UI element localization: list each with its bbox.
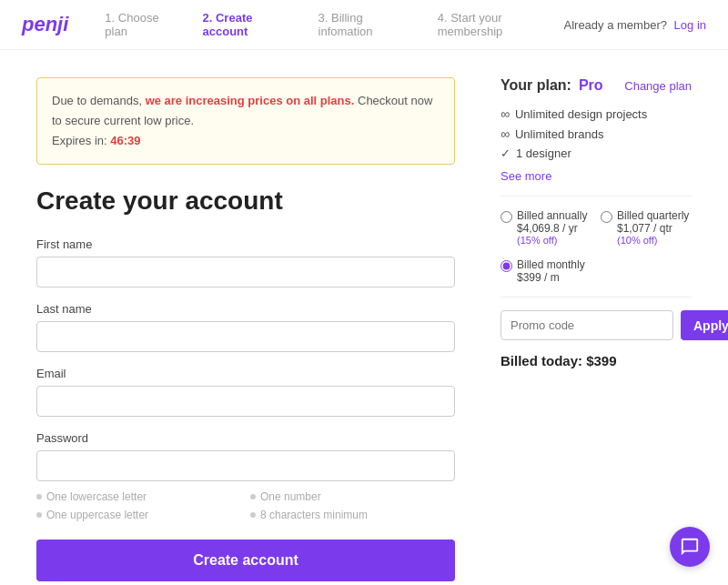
first-name-input[interactable] (36, 257, 455, 287)
hint-lowercase: One lowercase letter (36, 490, 241, 503)
see-more-link[interactable]: See more (500, 169, 692, 183)
infinity-icon-2: ∞ (500, 126, 510, 141)
apply-button[interactable]: Apply (681, 310, 728, 340)
billing-annually[interactable]: Billed annually $4,069.8 / yr (15% off) (500, 209, 592, 246)
create-account-button[interactable]: Create account (36, 540, 455, 581)
password-label: Password (36, 431, 455, 445)
plan-label: Your plan: (500, 77, 571, 94)
header: penji 1. Choose plan 2. Create account 3… (0, 0, 728, 50)
divider-2 (500, 297, 692, 298)
form-section: Due to demands, we are increasing prices… (36, 77, 455, 585)
hint-dot-1 (36, 494, 42, 499)
billing-monthly[interactable]: Billed monthly $399 / m (500, 258, 692, 284)
notice-prefix: Due to demands, (52, 94, 146, 107)
steps: 1. Choose plan 2. Create account 3. Bill… (105, 11, 563, 38)
hint-number: One number (250, 490, 455, 503)
check-icon: ✓ (500, 146, 511, 160)
billing-quarterly[interactable]: Billed quarterly $1,077 / qtr (10% off) (601, 209, 692, 246)
email-input[interactable] (36, 386, 455, 417)
divider-1 (500, 196, 692, 197)
already-member: Already a member? Log in (564, 18, 707, 32)
billing-monthly-radio[interactable] (500, 260, 512, 272)
chat-icon (680, 537, 700, 557)
billed-today: Billed today: $399 (500, 353, 692, 368)
plan-header: Your plan: Pro Change plan (500, 77, 692, 94)
chat-button[interactable] (670, 527, 710, 567)
hint-dot-4 (250, 512, 256, 518)
notice-box: Due to demands, we are increasing prices… (36, 77, 455, 165)
notice-highlight: we are increasing prices on all plans. (146, 94, 355, 107)
password-input[interactable] (36, 450, 455, 481)
notice-expires-label: Expires in: (52, 134, 107, 147)
feature-3: ✓ 1 designer (500, 146, 692, 160)
last-name-group: Last name (36, 302, 455, 352)
hint-dot-2 (250, 494, 256, 499)
email-group: Email (36, 367, 455, 417)
promo-code-input[interactable] (500, 310, 673, 340)
feature-2: ∞ Unlimited brands (500, 126, 692, 141)
promo-row: Apply (500, 310, 692, 340)
billing-annually-radio[interactable] (500, 211, 512, 223)
email-label: Email (36, 367, 455, 380)
step-1: 1. Choose plan (105, 11, 180, 38)
step-4: 4. Start your membership (438, 11, 564, 38)
step-3: 3. Billing infomation (318, 11, 416, 38)
log-in-link[interactable]: Log in (674, 18, 706, 32)
hint-uppercase: One uppercase letter (36, 509, 241, 521)
last-name-input[interactable] (36, 321, 455, 352)
form-title: Create your account (36, 187, 455, 216)
password-group: Password (36, 431, 455, 481)
first-name-group: First name (36, 237, 455, 287)
hint-characters: 8 characters minimum (250, 509, 455, 521)
last-name-label: Last name (36, 302, 455, 316)
plan-name: Pro (579, 77, 603, 94)
hint-dot-3 (36, 512, 42, 518)
billing-options: Billed annually $4,069.8 / yr (15% off) … (500, 209, 692, 246)
plan-features: ∞ Unlimited design projects ∞ Unlimited … (500, 106, 692, 160)
logo[interactable]: penji (22, 13, 68, 36)
main-content: Due to demands, we are increasing prices… (0, 50, 728, 585)
plan-summary: Your plan: Pro Change plan ∞ Unlimited d… (500, 77, 692, 585)
change-plan-link[interactable]: Change plan (624, 79, 692, 93)
infinity-icon-1: ∞ (500, 106, 510, 121)
feature-1: ∞ Unlimited design projects (500, 106, 692, 121)
billing-quarterly-radio[interactable] (601, 211, 612, 223)
notice-timer: 46:39 (110, 134, 140, 147)
password-hints: One lowercase letter One number One uppe… (36, 490, 455, 521)
first-name-label: First name (36, 237, 455, 251)
step-2-active: 2. Create account (203, 11, 297, 38)
